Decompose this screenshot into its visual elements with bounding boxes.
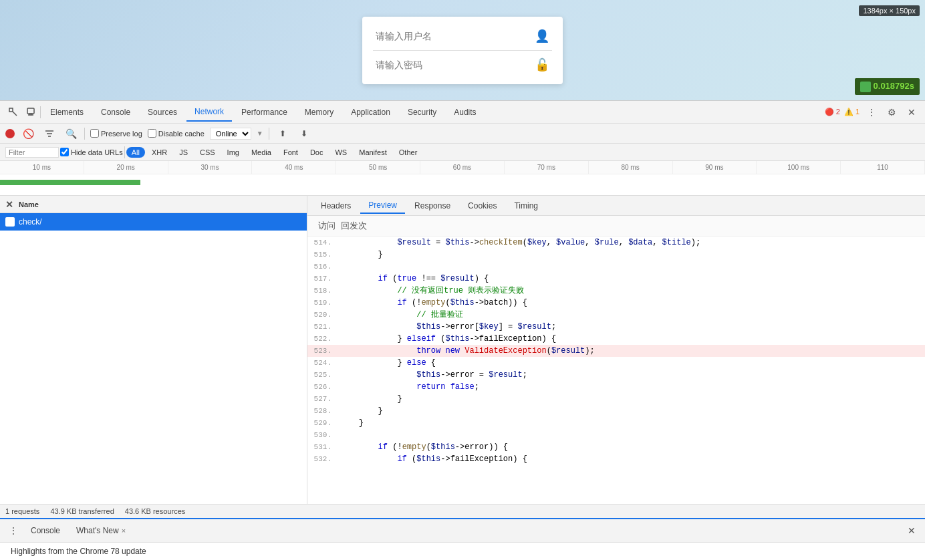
filter-tab-css[interactable]: CSS [194, 147, 221, 158]
filter-tab-ws[interactable]: WS [329, 147, 352, 158]
tab-console-bottom[interactable]: Console [24, 523, 67, 538]
throttle-select[interactable]: Online [210, 128, 251, 140]
filter-tab-media[interactable]: Media [246, 147, 277, 158]
password-input[interactable] [376, 59, 535, 70]
filter-tab-img[interactable]: Img [222, 147, 245, 158]
tab-preview[interactable]: Preview [360, 198, 405, 214]
tab-response[interactable]: Response [406, 198, 458, 213]
code-line-524: 524. } else { [307, 357, 925, 369]
bottom-menu-icon[interactable]: ⋮ [5, 523, 21, 539]
tab-headers[interactable]: Headers [313, 198, 359, 213]
tab-console[interactable]: Console [93, 104, 138, 121]
timer-icon [860, 82, 871, 92]
upload-icon[interactable]: ⬆ [275, 126, 291, 142]
code-line-526: 526. return false; [307, 381, 925, 393]
separator4 [124, 146, 125, 158]
filter-tab-other[interactable]: Other [394, 147, 423, 158]
tick-10ms: 10 ms [0, 161, 84, 174]
search-network-icon[interactable]: 🔍 [63, 126, 79, 142]
filter-tab-js[interactable]: JS [174, 147, 193, 158]
close-bottom-panel[interactable]: ✕ [904, 523, 920, 539]
filter-tab-all[interactable]: All [126, 147, 145, 158]
tick-80ms: 80 ms [589, 161, 673, 174]
svg-line-1 [13, 112, 17, 116]
tab-cookies[interactable]: Cookies [460, 198, 505, 213]
tab-elements[interactable]: Elements [42, 104, 92, 121]
request-type-icon [5, 217, 15, 227]
throttle-arrow: ▼ [257, 130, 263, 137]
tick-60ms: 60 ms [420, 161, 505, 174]
inspect-icon[interactable] [5, 104, 21, 120]
highlights-text: Highlights from the Chrome 78 update [11, 547, 146, 556]
response-tabs-bar: Headers Preview Response Cookies Timing [307, 196, 925, 216]
filter-toggle-icon[interactable] [41, 126, 57, 142]
code-line-529: 529. } [307, 417, 925, 429]
filter-tabs-bar: Hide data URLs All XHR JS CSS Img Media … [0, 144, 925, 161]
bottom-content: Highlights from the Chrome 78 update [0, 542, 925, 560]
tab-network[interactable]: Network [186, 103, 232, 122]
filter-tab-xhr[interactable]: XHR [146, 147, 172, 158]
whatsnew-close-icon[interactable]: × [122, 527, 126, 535]
code-line-530: 530. [307, 429, 925, 441]
tab-memory[interactable]: Memory [297, 104, 342, 121]
code-line-519: 519. if (!empty($this->batch)) { [307, 297, 925, 309]
close-panel-button[interactable]: ✕ [5, 199, 13, 210]
code-line-522: 522. } elseif ($this->failException) { [307, 333, 925, 345]
request-row[interactable]: check/ [0, 213, 307, 231]
code-line-520: 520. // 批量验证 [307, 309, 925, 321]
devtools-tabs-bar: Elements Console Sources Network Perform… [0, 101, 925, 124]
code-line-528: 528. } [307, 405, 925, 417]
tab-whatsnew[interactable]: What's New × [70, 523, 132, 538]
close-devtools-icon[interactable]: ✕ [904, 104, 920, 120]
filter-tab-manifest[interactable]: Manifest [354, 147, 392, 158]
tab-sources[interactable]: Sources [140, 104, 185, 121]
login-card: 👤 🔓 [362, 17, 563, 84]
username-field[interactable]: 👤 [373, 22, 552, 51]
clear-button[interactable]: 🚫 [20, 126, 36, 142]
hide-data-urls-checkbox[interactable] [60, 148, 69, 156]
tick-90ms: 90 ms [673, 161, 757, 174]
preserve-log-label[interactable]: Preserve log [90, 129, 142, 138]
username-input[interactable] [376, 31, 535, 41]
tab-security[interactable]: Security [400, 104, 444, 121]
device-icon[interactable] [23, 104, 39, 120]
filter-tab-font[interactable]: Font [278, 147, 303, 158]
record-button[interactable] [5, 129, 15, 138]
disable-cache-label[interactable]: Disable cache [148, 129, 205, 138]
network-toolbar: 🚫 🔍 Preserve log Disable cache Online ▼ … [0, 124, 925, 144]
bottom-panel: ⋮ Console What's New × ✕ [0, 518, 925, 542]
code-viewer[interactable]: 访问 回发次 514. $result = $this->checkItem($… [307, 216, 925, 504]
download-icon[interactable]: ⬇ [296, 126, 312, 142]
password-field[interactable]: 🔓 [373, 51, 552, 79]
timer-badge: 0.018792s [855, 78, 920, 95]
preserve-log-checkbox[interactable] [90, 129, 99, 138]
tick-30ms: 30 ms [168, 161, 253, 174]
network-bar [0, 180, 140, 185]
more-options-icon[interactable]: ⋮ [864, 104, 880, 120]
code-line-523: 523. throw new ValidateException($result… [307, 345, 925, 357]
status-bar: 1 requests 43.9 KB transferred 43.6 KB r… [0, 504, 925, 518]
filter-tab-doc[interactable]: Doc [305, 147, 329, 158]
hide-data-urls-label[interactable]: Hide data URLs [60, 148, 123, 156]
whatsnew-tab-label: What's New [76, 526, 119, 535]
devtools-panel: Elements Console Sources Network Perform… [0, 100, 925, 560]
settings-icon[interactable]: ⚙ [884, 104, 900, 120]
devtools-icons: 🔴 2 ⚠️ 1 ⋮ ⚙ ✕ [825, 104, 920, 120]
tab-application[interactable]: Application [343, 104, 398, 121]
disable-cache-checkbox[interactable] [148, 129, 156, 138]
tick-100ms: 100 ms [757, 161, 841, 174]
tab-audits[interactable]: Audits [446, 104, 484, 121]
request-name: check/ [19, 217, 301, 227]
code-line-527: 527. } [307, 393, 925, 405]
code-line-514: 514. $result = $this->checkItem($key, $v… [307, 237, 925, 249]
code-line-516: 516. [307, 261, 925, 273]
filter-input[interactable] [5, 147, 59, 158]
svg-rect-2 [27, 108, 34, 114]
error-badge: 🔴 2 [825, 108, 840, 116]
warn-badge: ⚠️ 1 [844, 108, 860, 116]
tab-timing[interactable]: Timing [506, 198, 546, 213]
separator2 [84, 128, 85, 140]
tick-110: 110 [841, 161, 925, 174]
tab-performance[interactable]: Performance [233, 104, 295, 121]
response-panel: Headers Preview Response Cookies Timing … [307, 196, 925, 504]
